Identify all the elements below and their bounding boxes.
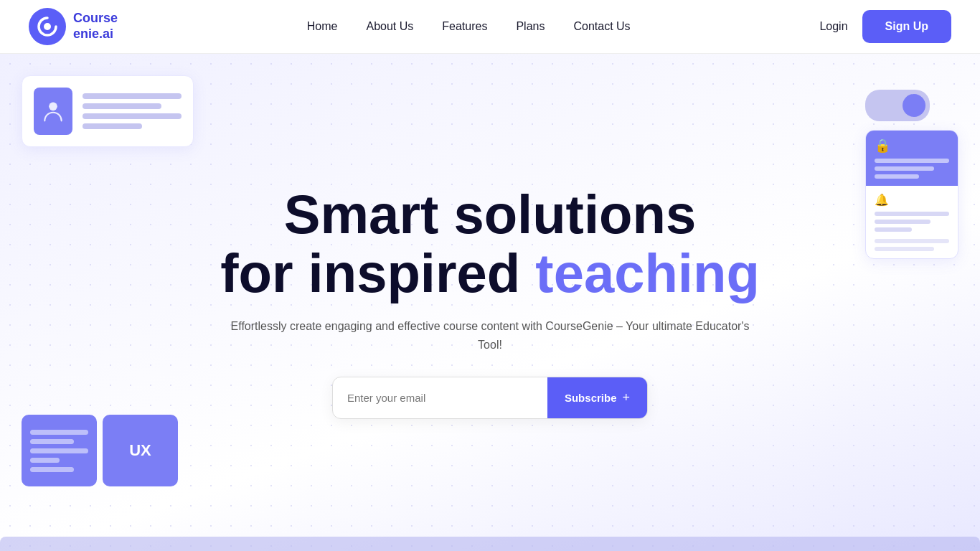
- toggle-knob: [903, 94, 925, 117]
- bell-icon: 🔔: [875, 193, 949, 207]
- deco-doc-cards: UX: [22, 415, 178, 486]
- profile-lines: [83, 93, 182, 129]
- navbar: Course enie.ai Home About Us Features Pl…: [0, 0, 980, 54]
- hero-title-line2: for inspired teaching: [217, 243, 763, 303]
- nav-contact[interactable]: Contact Us: [573, 20, 630, 32]
- doc-card-lines: [22, 415, 97, 486]
- bottom-bar-decoration: [0, 537, 980, 551]
- lock-icon: 🔒: [875, 138, 949, 154]
- nav-about[interactable]: About Us: [366, 20, 413, 32]
- nav-actions: Login Sign Up: [819, 10, 951, 43]
- right-info-panel: 🔒 🔔: [865, 130, 958, 259]
- signup-button[interactable]: Sign Up: [862, 10, 951, 43]
- profile-avatar-icon: [34, 88, 72, 135]
- nav-plans[interactable]: Plans: [516, 20, 545, 32]
- logo-icon: [29, 8, 66, 45]
- deco-profile-card: [22, 75, 194, 147]
- nav-home[interactable]: Home: [307, 20, 338, 32]
- plus-icon: +: [622, 390, 630, 405]
- subscribe-form: Subscribe +: [332, 377, 648, 419]
- subscribe-button[interactable]: Subscribe +: [547, 377, 647, 418]
- toggle-widget: [865, 90, 930, 121]
- nav-links: Home About Us Features Plans Contact Us: [307, 20, 631, 33]
- logo-text: Course enie.ai: [73, 11, 118, 42]
- hero-subtitle: Effortlessly create engaging and effecti…: [217, 317, 763, 354]
- svg-point-2: [49, 103, 57, 111]
- login-button[interactable]: Login: [819, 20, 847, 33]
- hero-title-line1: Smart solutions: [217, 186, 763, 243]
- nav-features[interactable]: Features: [442, 20, 487, 32]
- doc-card-ux: UX: [103, 415, 178, 486]
- svg-point-1: [44, 23, 51, 30]
- deco-right-panel: 🔒 🔔: [865, 90, 958, 259]
- email-input[interactable]: [333, 379, 547, 417]
- logo[interactable]: Course enie.ai: [29, 8, 118, 45]
- hero-section: UX 🔒 🔔 Smart: [0, 54, 980, 551]
- hero-content: Smart solutions for inspired teaching Ef…: [217, 186, 763, 420]
